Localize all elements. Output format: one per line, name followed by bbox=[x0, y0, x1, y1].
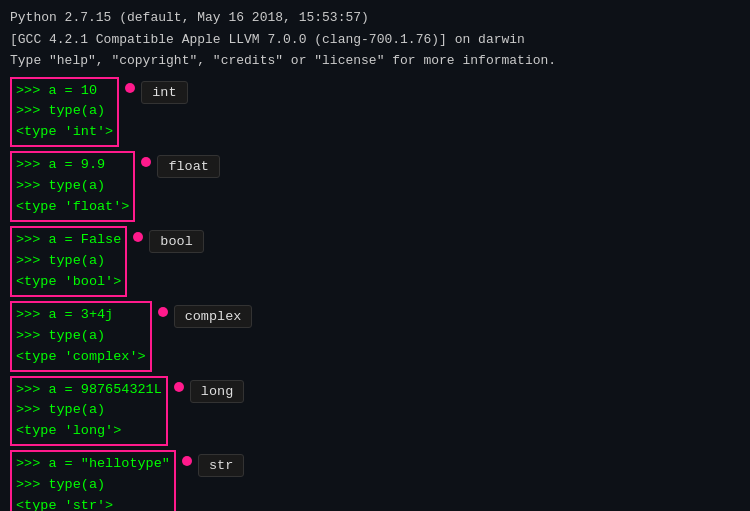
int-code-block: >>> a = 10 >>> type(a) <type 'int'> bbox=[10, 77, 119, 148]
str-section: >>> a = "hellotype" >>> type(a) <type 's… bbox=[10, 450, 740, 511]
float-dot bbox=[141, 157, 151, 167]
header-lines: Python 2.7.15 (default, May 16 2018, 15:… bbox=[10, 8, 740, 71]
str-code-block: >>> a = "hellotype" >>> type(a) <type 's… bbox=[10, 450, 176, 511]
complex-code-block: >>> a = 3+4j >>> type(a) <type 'complex'… bbox=[10, 301, 152, 372]
str-label: str bbox=[198, 454, 244, 477]
complex-section: >>> a = 3+4j >>> type(a) <type 'complex'… bbox=[10, 301, 740, 372]
int-dot bbox=[125, 83, 135, 93]
bool-label: bool bbox=[149, 230, 203, 253]
long-dot bbox=[174, 382, 184, 392]
float-code-block: >>> a = 9.9 >>> type(a) <type 'float'> bbox=[10, 151, 135, 222]
long-label: long bbox=[190, 380, 244, 403]
float-section: >>> a = 9.9 >>> type(a) <type 'float'> f… bbox=[10, 151, 740, 222]
long-section: >>> a = 987654321L >>> type(a) <type 'lo… bbox=[10, 376, 740, 447]
bool-dot bbox=[133, 232, 143, 242]
header-line-3: Type "help", "copyright", "credits" or "… bbox=[10, 51, 740, 71]
float-label: float bbox=[157, 155, 220, 178]
long-code-block: >>> a = 987654321L >>> type(a) <type 'lo… bbox=[10, 376, 168, 447]
str-dot bbox=[182, 456, 192, 466]
header-line-2: [GCC 4.2.1 Compatible Apple LLVM 7.0.0 (… bbox=[10, 30, 740, 50]
int-section: >>> a = 10 >>> type(a) <type 'int'> int bbox=[10, 77, 740, 148]
bool-code-block: >>> a = False >>> type(a) <type 'bool'> bbox=[10, 226, 127, 297]
bool-section: >>> a = False >>> type(a) <type 'bool'> … bbox=[10, 226, 740, 297]
complex-dot bbox=[158, 307, 168, 317]
terminal-window: Python 2.7.15 (default, May 16 2018, 15:… bbox=[0, 0, 750, 511]
complex-label: complex bbox=[174, 305, 253, 328]
int-label: int bbox=[141, 81, 187, 104]
header-line-1: Python 2.7.15 (default, May 16 2018, 15:… bbox=[10, 8, 740, 28]
